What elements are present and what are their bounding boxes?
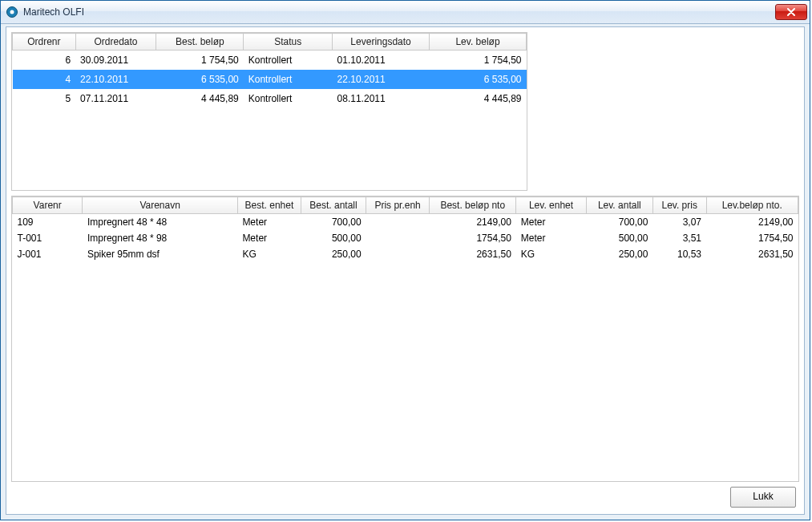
- table-row[interactable]: 630.09.20111 754,50Kontrollert01.10.2011…: [13, 51, 527, 70]
- cell: Kontrollert: [244, 51, 333, 70]
- cell: 4 445,89: [430, 89, 527, 108]
- cell: 1 754,50: [156, 51, 244, 70]
- cell: [366, 230, 430, 246]
- cell: 2149,00: [706, 214, 798, 231]
- cell: Impregnert 48 * 48: [83, 214, 238, 231]
- col-ordredato[interactable]: Ordredato: [75, 34, 156, 51]
- cell: 109: [13, 214, 83, 231]
- cell: 3,07: [652, 214, 706, 231]
- cell: T-001: [13, 230, 83, 246]
- col-lev-antall[interactable]: Lev. antall: [586, 197, 652, 214]
- cell: Kontrollert: [244, 70, 333, 89]
- cell: 700,00: [586, 214, 652, 231]
- cell: 500,00: [301, 230, 366, 246]
- cell: Kontrollert: [244, 89, 333, 108]
- cell: 22.10.2011: [333, 70, 430, 89]
- col-varenavn[interactable]: Varenavn: [83, 197, 238, 214]
- cell: 250,00: [586, 246, 652, 262]
- titlebar: Maritech OLFI: [1, 1, 810, 24]
- cell: KG: [516, 246, 586, 262]
- cell: 6: [13, 51, 76, 70]
- cell: Impregnert 48 * 98: [83, 230, 238, 246]
- cell: 6 535,00: [156, 70, 244, 89]
- cell: 700,00: [301, 214, 366, 231]
- cell: [366, 214, 430, 231]
- orders-table-panel: Ordrenr Ordredato Best. beløp Status Lev…: [11, 32, 527, 191]
- app-window: Maritech OLFI Ordrenr: [0, 0, 810, 520]
- cell: 2631,50: [430, 246, 516, 262]
- cell: 01.10.2011: [333, 51, 430, 70]
- col-best-belop[interactable]: Best. beløp: [156, 34, 244, 51]
- orders-header-row: Ordrenr Ordredato Best. beløp Status Lev…: [13, 34, 527, 51]
- cell: 500,00: [586, 230, 652, 246]
- cell: 5: [13, 89, 76, 108]
- lines-header-row: Varenr Varenavn Best. enhet Best. antall…: [13, 197, 798, 214]
- cell: KG: [237, 246, 301, 262]
- col-lev-belop[interactable]: Lev. beløp: [430, 34, 527, 51]
- svg-point-1: [10, 10, 14, 14]
- col-lev-enhet[interactable]: Lev. enhet: [516, 197, 586, 214]
- col-leveringsdato[interactable]: Leveringsdato: [333, 34, 430, 51]
- cell: 07.11.2011: [75, 89, 156, 108]
- cell: 10,53: [652, 246, 706, 262]
- cell: 3,51: [652, 230, 706, 246]
- cell: Meter: [516, 230, 586, 246]
- col-varenr[interactable]: Varenr: [13, 197, 83, 214]
- col-lev-pris[interactable]: Lev. pris: [652, 197, 706, 214]
- col-status[interactable]: Status: [244, 34, 333, 51]
- col-best-antall[interactable]: Best. antall: [301, 197, 366, 214]
- cell: 4: [13, 70, 76, 89]
- col-ordrenr[interactable]: Ordrenr: [13, 34, 76, 51]
- cell: 2631,50: [706, 246, 798, 262]
- table-row[interactable]: T-001Impregnert 48 * 98Meter500,001754,5…: [13, 230, 798, 246]
- cell: [366, 246, 430, 262]
- col-pris-pr-enh[interactable]: Pris pr.enh: [366, 197, 430, 214]
- col-best-enhet[interactable]: Best. enhet: [237, 197, 301, 214]
- col-lev-belop-nto[interactable]: Lev.beløp nto.: [706, 197, 798, 214]
- cell: 4 445,89: [156, 89, 244, 108]
- cell: 30.09.2011: [75, 51, 156, 70]
- cell: 1 754,50: [430, 51, 527, 70]
- cell: 22.10.2011: [75, 70, 156, 89]
- table-row[interactable]: 109Impregnert 48 * 48Meter700,002149,00M…: [13, 214, 798, 231]
- lines-table[interactable]: Varenr Varenavn Best. enhet Best. antall…: [12, 196, 798, 262]
- cell: Meter: [237, 230, 301, 246]
- cell: 250,00: [301, 246, 366, 262]
- close-icon: [786, 8, 796, 16]
- table-row[interactable]: J-001Spiker 95mm dsfKG250,002631,50KG250…: [13, 246, 798, 262]
- orders-table[interactable]: Ordrenr Ordredato Best. beløp Status Lev…: [12, 33, 527, 108]
- close-button[interactable]: Lukk: [730, 487, 796, 508]
- col-best-belop-nto[interactable]: Best. beløp nto: [430, 197, 516, 214]
- cell: 1754,50: [430, 230, 516, 246]
- cell: Meter: [237, 214, 301, 231]
- cell: Spiker 95mm dsf: [83, 246, 238, 262]
- table-row[interactable]: 507.11.20114 445,89Kontrollert08.11.2011…: [13, 89, 527, 108]
- cell: 1754,50: [706, 230, 798, 246]
- window-title: Maritech OLFI: [23, 6, 84, 18]
- lines-table-panel: Varenr Varenavn Best. enhet Best. antall…: [11, 196, 799, 482]
- cell: 6 535,00: [430, 70, 527, 89]
- content-area: Ordrenr Ordredato Best. beløp Status Lev…: [6, 26, 805, 515]
- cell: J-001: [13, 246, 83, 262]
- cell: Meter: [516, 214, 586, 231]
- app-icon: [6, 6, 18, 18]
- cell: 08.11.2011: [333, 89, 430, 108]
- cell: 2149,00: [430, 214, 516, 231]
- table-row[interactable]: 422.10.20116 535,00Kontrollert22.10.2011…: [13, 70, 527, 89]
- window-close-button[interactable]: [775, 4, 807, 20]
